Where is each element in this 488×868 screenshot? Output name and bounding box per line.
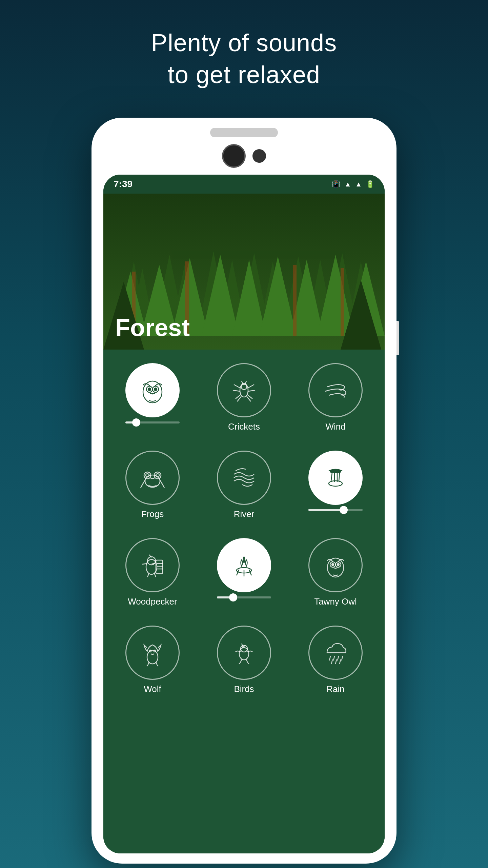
wolf-label: Wolf — [144, 684, 161, 694]
rain-label: Rain — [326, 684, 344, 694]
sound-item-owl[interactable] — [110, 356, 195, 437]
waterfall-icon — [320, 462, 351, 493]
forest-svg: Forest — [103, 194, 385, 350]
sound-item-wolf[interactable]: Wolf — [110, 619, 195, 699]
cricket-icon — [229, 375, 259, 406]
crickets-label: Crickets — [228, 421, 260, 432]
phone-camera-row — [222, 144, 266, 168]
svg-rect-24 — [293, 265, 297, 336]
tawny-owl-icon — [320, 550, 351, 580]
svg-text:Forest: Forest — [115, 314, 190, 341]
svg-line-83 — [336, 659, 337, 664]
waterfall-slider[interactable] — [308, 509, 363, 511]
sound-item-river[interactable]: River — [202, 444, 286, 525]
owl-circle[interactable] — [125, 363, 180, 417]
woodpecker-icon — [137, 550, 168, 580]
svg-point-32 — [148, 388, 151, 391]
birds-circle[interactable] — [217, 626, 271, 680]
svg-line-39 — [233, 390, 240, 391]
frog-icon — [137, 462, 168, 493]
tawny-owl-label: Tawny Owl — [314, 596, 357, 607]
tawny-owl-circle[interactable] — [308, 538, 363, 592]
woodpecker-label: Woodpecker — [128, 596, 177, 607]
phone-speaker — [210, 128, 278, 137]
birds-icon — [229, 637, 259, 668]
sound-item-crickets[interactable]: Crickets — [202, 356, 286, 437]
svg-line-53 — [331, 473, 332, 481]
crickets-circle[interactable] — [217, 363, 271, 417]
sound-item-wind[interactable]: Wind — [293, 356, 378, 437]
phone-mockup: 7:39 📳 ▲ ▲ 🔋 — [92, 118, 396, 864]
campfire-icon — [229, 550, 259, 580]
svg-line-78 — [329, 656, 330, 660]
campfire-circle[interactable] — [217, 538, 271, 592]
river-label: River — [234, 509, 255, 519]
svg-line-81 — [342, 656, 343, 660]
vibrate-icon: 📳 — [332, 180, 340, 188]
svg-rect-25 — [341, 268, 344, 336]
svg-line-84 — [340, 659, 341, 664]
forest-image: Forest — [103, 194, 385, 350]
status-time: 7:39 — [114, 179, 133, 190]
wind-label: Wind — [325, 421, 345, 432]
svg-line-79 — [333, 656, 334, 660]
owl-slider[interactable] — [125, 421, 180, 423]
wind-icon — [320, 375, 351, 406]
svg-point-35 — [240, 383, 248, 397]
sound-grid-container[interactable]: Crickets Wind — [103, 350, 385, 853]
waterfall-circle[interactable] — [308, 451, 363, 505]
wolf-icon — [137, 637, 168, 668]
svg-point-36 — [241, 384, 247, 390]
svg-line-82 — [331, 659, 332, 664]
sound-item-waterfall[interactable] — [293, 444, 378, 525]
svg-rect-52 — [330, 470, 341, 473]
phone-side-button — [396, 321, 399, 355]
svg-point-71 — [332, 564, 334, 566]
svg-point-68 — [327, 558, 344, 577]
wind-circle[interactable] — [308, 363, 363, 417]
sound-item-woodpecker[interactable]: Woodpecker — [110, 531, 195, 612]
svg-point-33 — [154, 388, 157, 391]
birds-label: Birds — [234, 684, 254, 694]
svg-line-37 — [234, 384, 240, 388]
battery-icon: 🔋 — [366, 180, 374, 188]
svg-point-57 — [329, 481, 342, 486]
rain-icon — [320, 637, 351, 668]
status-bar: 7:39 📳 ▲ ▲ 🔋 — [103, 175, 385, 194]
campfire-slider[interactable] — [217, 596, 271, 598]
sound-item-rain[interactable]: Rain — [293, 619, 378, 699]
sound-item-birds[interactable]: Birds — [202, 619, 286, 699]
page-title: Plenty of sounds to get relaxed — [151, 27, 337, 91]
frogs-circle[interactable] — [125, 451, 180, 505]
svg-line-56 — [339, 473, 340, 481]
status-icons: 📳 ▲ ▲ 🔋 — [332, 180, 374, 188]
phone-camera-main — [222, 144, 246, 168]
owl-icon — [137, 375, 168, 406]
svg-line-38 — [248, 384, 254, 388]
sound-item-tawny-owl[interactable]: Tawny Owl — [293, 531, 378, 612]
svg-point-72 — [337, 564, 339, 566]
wifi-icon: ▲ — [344, 180, 351, 188]
sound-item-frogs[interactable]: Frogs — [110, 444, 195, 525]
sound-grid: Crickets Wind — [110, 356, 378, 699]
svg-line-80 — [338, 656, 339, 660]
woodpecker-circle[interactable] — [125, 538, 180, 592]
svg-point-29 — [143, 381, 162, 403]
river-circle[interactable] — [217, 451, 271, 505]
phone-screen: 7:39 📳 ▲ ▲ 🔋 — [103, 175, 385, 853]
phone-camera-small — [252, 149, 266, 163]
wolf-circle[interactable] — [125, 626, 180, 680]
rain-circle[interactable] — [308, 626, 363, 680]
signal-icon: ▲ — [355, 180, 362, 188]
svg-line-40 — [248, 390, 255, 391]
river-icon — [229, 462, 259, 493]
frogs-label: Frogs — [141, 509, 164, 519]
sound-item-campfire[interactable] — [202, 531, 286, 612]
